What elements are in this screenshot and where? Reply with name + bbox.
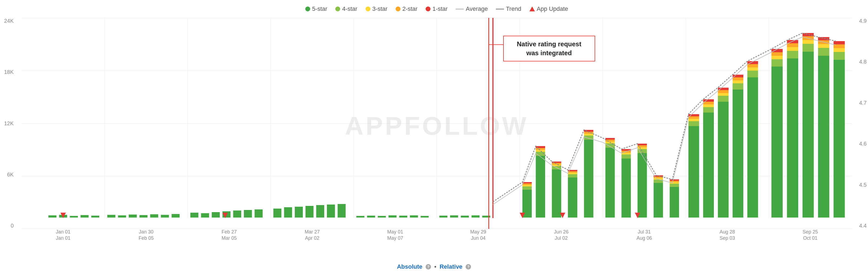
svg-rect-94 xyxy=(670,184,679,187)
svg-rect-32 xyxy=(316,205,324,217)
chart-footer: Absolute ? • Relative ? xyxy=(397,263,471,270)
svg-rect-42 xyxy=(439,216,447,217)
y-right-46: 4.6 xyxy=(859,141,867,147)
svg-rect-126 xyxy=(772,52,783,56)
svg-rect-68 xyxy=(584,140,593,217)
svg-rect-111 xyxy=(718,90,729,93)
x-axis: Jan 01Jan 01 Jan 30Feb 05 Feb 27Mar 05 M… xyxy=(22,229,852,240)
svg-rect-17 xyxy=(140,215,148,217)
svg-rect-49 xyxy=(522,186,532,190)
svg-rect-52 xyxy=(522,182,532,183)
svg-rect-73 xyxy=(606,148,615,217)
svg-rect-34 xyxy=(338,204,346,217)
svg-rect-27 xyxy=(255,209,263,217)
legend-5star: 5-star xyxy=(305,5,327,12)
svg-rect-58 xyxy=(552,170,561,217)
svg-rect-97 xyxy=(670,179,679,181)
legend-label-2star: 2-star xyxy=(402,5,417,12)
svg-rect-78 xyxy=(621,158,631,217)
y-right-44: 4.4 xyxy=(859,223,867,229)
svg-rect-19 xyxy=(161,215,169,217)
legend-label-3star: 3-star xyxy=(372,5,388,12)
svg-rect-117 xyxy=(733,75,743,78)
x-label-jun26: Jun 26Jul 02 xyxy=(554,229,568,242)
svg-rect-113 xyxy=(733,90,743,217)
svg-rect-51 xyxy=(522,183,532,185)
svg-rect-25 xyxy=(233,211,241,217)
svg-rect-147 xyxy=(834,41,845,44)
legend-2star: 2-star xyxy=(396,5,417,12)
legend-triangle-appupdate xyxy=(529,6,535,11)
x-label-sep25: Sep 25Oct 01 xyxy=(803,229,818,242)
svg-rect-64 xyxy=(568,174,577,178)
annotation-box: Native rating request was integrated xyxy=(503,36,595,61)
x-label-feb27: Feb 27Mar 05 xyxy=(221,229,237,242)
svg-rect-130 xyxy=(787,47,798,51)
svg-rect-106 xyxy=(703,102,714,104)
svg-rect-125 xyxy=(772,56,783,59)
red-vertical-line xyxy=(488,18,489,229)
y-axis-left: 0 6K 12K 18K 24K xyxy=(4,18,14,240)
svg-rect-76 xyxy=(606,140,615,142)
absolute-help-icon[interactable]: ? xyxy=(426,264,431,270)
svg-rect-40 xyxy=(410,215,418,217)
svg-rect-33 xyxy=(327,205,335,217)
svg-rect-28 xyxy=(273,209,281,217)
svg-rect-129 xyxy=(787,51,798,58)
legend-dot-1star xyxy=(426,6,431,11)
svg-rect-56 xyxy=(536,148,545,150)
svg-rect-114 xyxy=(733,83,743,90)
svg-rect-101 xyxy=(688,116,699,119)
svg-rect-133 xyxy=(803,52,814,217)
svg-rect-105 xyxy=(703,104,714,107)
x-label-jan01: Jan 01Jan 01 xyxy=(56,229,70,242)
annotation-text-line2: was integrated xyxy=(526,49,572,57)
legend-label-5star: 5-star xyxy=(312,5,327,12)
svg-rect-55 xyxy=(536,150,545,152)
y-label-0: 0 xyxy=(4,223,14,229)
absolute-button[interactable]: Absolute xyxy=(397,263,422,270)
svg-rect-135 xyxy=(803,40,814,44)
relative-button[interactable]: Relative xyxy=(440,263,462,270)
svg-rect-77 xyxy=(606,138,615,140)
legend-dot-4star xyxy=(335,6,340,11)
svg-rect-85 xyxy=(638,147,647,149)
svg-rect-88 xyxy=(654,183,663,217)
svg-rect-109 xyxy=(718,96,729,102)
relative-help-icon[interactable]: ? xyxy=(466,264,471,270)
bars-svg xyxy=(22,18,852,229)
svg-rect-128 xyxy=(787,58,798,217)
svg-rect-61 xyxy=(552,163,561,164)
svg-rect-123 xyxy=(772,66,783,217)
svg-rect-53 xyxy=(536,156,545,217)
svg-rect-65 xyxy=(568,173,577,174)
legend-label-trend: Trend xyxy=(506,5,521,12)
svg-rect-11 xyxy=(70,216,78,217)
svg-rect-41 xyxy=(421,216,429,217)
svg-rect-116 xyxy=(733,78,743,80)
y-right-49: 4.9 xyxy=(859,18,867,24)
y-label-18k: 18K xyxy=(4,69,14,75)
footer-dot: • xyxy=(434,263,436,270)
bars-area xyxy=(22,18,852,229)
svg-rect-15 xyxy=(118,215,126,217)
svg-rect-23 xyxy=(212,212,220,217)
svg-rect-107 xyxy=(703,99,714,102)
y-right-48: 4.8 xyxy=(859,59,867,65)
annotation-line-h xyxy=(489,44,503,45)
svg-rect-21 xyxy=(190,213,198,217)
x-label-mar27: Mar 27Apr 02 xyxy=(305,229,320,242)
svg-rect-12 xyxy=(81,215,89,217)
y-axis-right: 4.4 4.5 4.6 4.7 4.8 4.9 xyxy=(859,18,867,240)
legend-label-average: Average xyxy=(466,5,488,12)
svg-rect-100 xyxy=(688,119,699,121)
svg-rect-70 xyxy=(584,134,593,135)
svg-rect-98 xyxy=(688,126,699,217)
svg-rect-120 xyxy=(747,67,758,71)
annotation-text-line1: Native rating request xyxy=(517,40,581,48)
legend-4star: 4-star xyxy=(335,5,357,12)
y-label-24k: 24K xyxy=(4,18,14,24)
svg-rect-39 xyxy=(399,216,407,217)
svg-rect-110 xyxy=(718,93,729,96)
svg-rect-16 xyxy=(129,215,137,217)
